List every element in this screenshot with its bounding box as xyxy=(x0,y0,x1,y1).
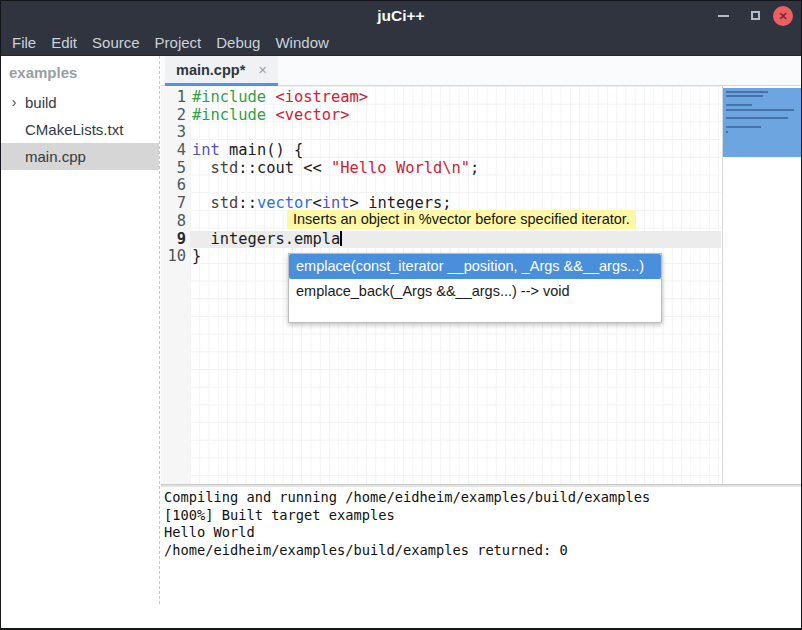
file-tree-item-label: CMakeLists.txt xyxy=(25,116,123,143)
line-number: 6 xyxy=(161,177,190,195)
close-button[interactable]: ✕ xyxy=(773,6,793,26)
code-line-6[interactable] xyxy=(190,177,721,195)
menu-file[interactable]: File xyxy=(12,31,36,55)
maximize-button[interactable] xyxy=(751,11,760,20)
code-token: <vector> xyxy=(275,106,349,124)
minimap-line xyxy=(726,104,752,106)
minimize-button[interactable] xyxy=(718,15,729,17)
line-number: 3 xyxy=(161,124,190,142)
minimap-line xyxy=(726,95,763,97)
minimap-line xyxy=(726,117,788,119)
line-number: 5 xyxy=(161,160,190,178)
titlebar[interactable]: juCi++ ✕ xyxy=(1,1,801,31)
code-token: "Hello World\n" xyxy=(331,159,470,177)
expander-icon[interactable]: › xyxy=(7,89,21,116)
juci-window: juCi++ ✕ FileEditSourceProjectDebugWindo… xyxy=(0,0,802,630)
code-line-5[interactable]: std::cout << "Hello World\n"; xyxy=(190,160,721,178)
completion-item[interactable]: emplace(const_iterator __position, _Args… xyxy=(289,254,661,279)
code-token: ::cout << xyxy=(238,159,331,177)
code-token: std xyxy=(211,194,239,212)
code-line-9[interactable]: integers.empla xyxy=(190,231,721,249)
line-number: 1 xyxy=(161,89,190,107)
line-number: 8 xyxy=(161,213,190,231)
file-tree: ›buildCMakeLists.txtmain.cpp xyxy=(1,89,159,170)
file-tree-item-build[interactable]: ›build xyxy=(1,89,159,116)
file-tree-item-cmakelists-txt[interactable]: CMakeLists.txt xyxy=(1,116,159,143)
code-line-3[interactable] xyxy=(190,124,721,142)
file-tree-item-main-cpp[interactable]: main.cpp xyxy=(1,143,159,170)
code-token: int xyxy=(192,141,220,159)
code-token: std xyxy=(211,159,239,177)
code-token: ; xyxy=(470,159,479,177)
output-line: Compiling and running /home/eidheim/exam… xyxy=(164,489,802,507)
line-number-gutter: 12345678910 xyxy=(161,86,190,484)
menu-source[interactable]: Source xyxy=(92,31,140,55)
statusbar-wrap: ~/examples/main.cpp 9:17 xyxy=(1,604,801,629)
code-line-1[interactable]: #include <iostream> xyxy=(190,89,721,107)
menu-window[interactable]: Window xyxy=(275,31,328,55)
code-token: #include xyxy=(192,88,266,106)
code-token: integers.empla xyxy=(192,230,340,248)
code-token: } xyxy=(192,247,201,265)
minimap-line xyxy=(726,91,768,93)
menu-edit[interactable]: Edit xyxy=(51,31,77,55)
code-token: :: xyxy=(238,194,257,212)
text-cursor xyxy=(340,231,342,246)
tab-main-cpp[interactable]: main.cpp* × xyxy=(165,56,278,86)
project-name: examples xyxy=(1,56,159,89)
window-title: juCi++ xyxy=(1,1,801,31)
line-number: 9 xyxy=(161,231,190,249)
line-number: 7 xyxy=(161,195,190,213)
build-output-panel[interactable]: Compiling and running /home/eidheim/exam… xyxy=(161,487,802,604)
file-tree-item-label: build xyxy=(25,89,57,116)
tab-label: main.cpp* xyxy=(176,62,245,78)
code-line-2[interactable]: #include <vector> xyxy=(190,107,721,125)
code-token: #include xyxy=(192,106,266,124)
menu-project[interactable]: Project xyxy=(155,31,202,55)
output-line: [100%] Built target examples xyxy=(164,507,802,525)
code-token: main() { xyxy=(220,141,303,159)
minimap-slider[interactable] xyxy=(723,88,802,157)
tab-close-icon[interactable]: × xyxy=(258,62,267,77)
completion-item[interactable]: emplace_back(_Args &&__args...) --> void xyxy=(289,279,661,304)
file-tree-panel[interactable]: examples ›buildCMakeLists.txtmain.cpp xyxy=(1,56,160,604)
minimap[interactable] xyxy=(722,86,802,484)
menu-debug[interactable]: Debug xyxy=(216,31,260,55)
file-tree-item-label: main.cpp xyxy=(25,143,86,170)
line-number: 4 xyxy=(161,142,190,160)
code-token xyxy=(192,159,211,177)
main-area: main.cpp* × 12345678910 #include <iostre… xyxy=(161,56,802,604)
code-line-4[interactable]: int main() { xyxy=(190,142,721,160)
doc-tooltip: Inserts an object in %vector before spec… xyxy=(287,210,636,229)
output-line: Hello World xyxy=(164,524,802,542)
output-line: /home/eidheim/examples/build/examples re… xyxy=(164,542,802,560)
tab-bar: main.cpp* × xyxy=(161,56,802,86)
minimap-line xyxy=(726,126,761,128)
completion-popup: emplace(const_iterator __position, _Args… xyxy=(288,253,662,323)
menubar: FileEditSourceProjectDebugWindow xyxy=(1,31,801,56)
line-number: 2 xyxy=(161,107,190,125)
code-token xyxy=(192,194,211,212)
minimap-line xyxy=(726,109,794,111)
code-editor[interactable]: 12345678910 #include <iostream>#include … xyxy=(161,86,802,484)
code-token: <iostream> xyxy=(275,88,368,106)
minimap-line xyxy=(726,131,728,133)
line-number: 10 xyxy=(161,248,190,266)
